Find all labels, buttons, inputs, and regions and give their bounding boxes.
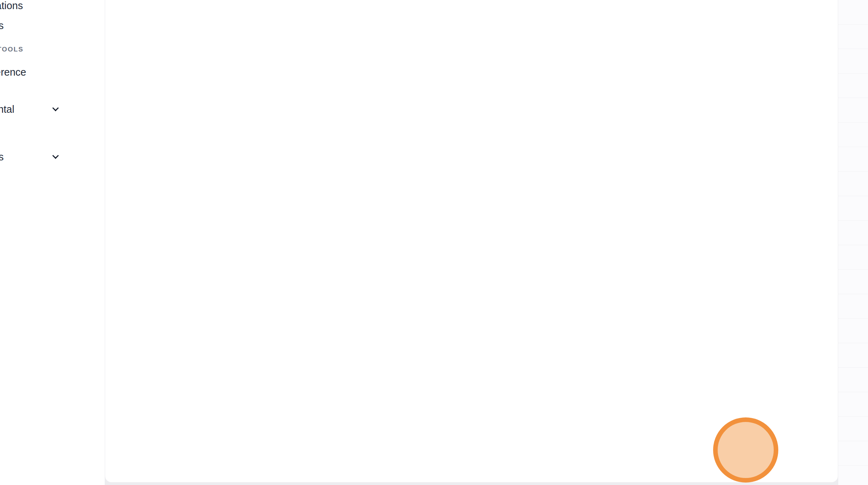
sidebar-item-1[interactable]: s [0,20,4,32]
sidebar-item-integrations[interactable]: ations [0,0,23,12]
sidebar-section-tools: TOOLS [0,46,23,53]
sidebar-item-experimental[interactable]: ental [0,104,14,115]
sidebar-item-reference[interactable]: erence [0,67,26,78]
chevron-down-icon [52,152,59,159]
sidebar-item-settings[interactable]: s [0,151,4,163]
add-model-form-screen: ations s TOOLS erence ental s The model … [0,0,868,485]
background-table-column [838,0,868,485]
add-model-card [105,0,838,482]
chevron-down-icon [52,105,59,111]
sidebar: ations s TOOLS erence ental s [0,0,105,485]
